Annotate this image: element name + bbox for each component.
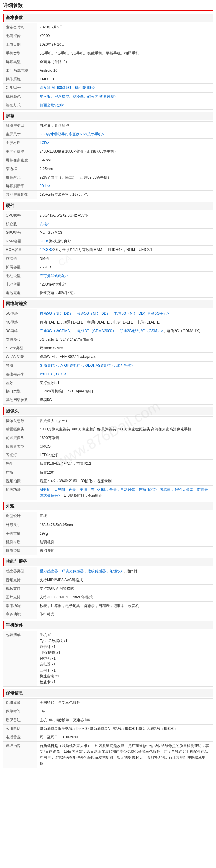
table-row: 接口类型3.5mm耳机接口USB Type-C接口 bbox=[3, 387, 213, 396]
spec-value: CMOS bbox=[37, 442, 213, 451]
spec-label: 3G网络 bbox=[3, 327, 37, 335]
spec-link[interactable]: 6.63英寸需双手打字更多6.63英寸手机> bbox=[39, 132, 104, 136]
table-row: 常用功能秒表，计算器，电子词典，备忘录，日程表，记事本，收音机 bbox=[3, 602, 213, 610]
spec-label: 外形尺寸 bbox=[3, 521, 37, 529]
spec-label: 电话营业 bbox=[3, 733, 37, 741]
table-row: 核心数八核> bbox=[3, 220, 213, 228]
spec-value: 飞行模式 bbox=[37, 610, 213, 619]
spec-link[interactable]: 90Hz> bbox=[39, 184, 50, 188]
spec-label: 常用功能 bbox=[3, 602, 37, 610]
table-row: 保修时间1年 bbox=[3, 707, 213, 716]
table-row: SIM卡类型双Nano SIM卡 bbox=[3, 344, 213, 353]
table-row: 连接与共享VoLTE>，OTG> bbox=[3, 370, 213, 378]
spec-value: 秒表，计算器，电子词典，备忘录，日程表，记事本，收音机 bbox=[37, 602, 213, 610]
spec-value: 支持3GP/MP4等格式 bbox=[37, 584, 213, 593]
table-row: ROM容量128GB>2.6万张照片1.1万首歌曲 RAM：LPDDR4X，RO… bbox=[3, 246, 213, 254]
spec-link[interactable]: VoLTE> bbox=[39, 372, 52, 376]
spec-value: Android 10 bbox=[37, 66, 213, 75]
table-row: 拍照功能AI美拍，大光圈，夜景，美肤，专业相机，全景，自动对焦，连拍 1/2英寸… bbox=[3, 486, 213, 500]
spec-label: 客服电话 bbox=[3, 724, 37, 733]
spec-label: 窄边框 bbox=[3, 164, 37, 173]
spec-link[interactable]: 不可拆卸式电池> bbox=[39, 274, 68, 278]
table-row: 发布会时间2020年9月3日 bbox=[3, 23, 213, 32]
spec-value: 3.5mm耳机接口USB Type-C接口 bbox=[37, 387, 213, 396]
spec-value: EMUI 10.1 bbox=[37, 75, 213, 84]
table-row: 闪光灯LED补光灯 bbox=[3, 451, 213, 460]
spec-value: 2.0Ghz A76*2+2.0GHz A55*6 bbox=[37, 211, 213, 220]
spec-link[interactable]: 6GB> bbox=[39, 239, 49, 243]
table-row: 支持频段5G：n1/n3/n38/n41/n77/n78/n79 bbox=[3, 336, 213, 344]
spec-link[interactable]: GPS导航> bbox=[39, 363, 57, 368]
spec-label: 前置摄像头 bbox=[3, 434, 37, 442]
spec-link[interactable]: 128GB> bbox=[39, 248, 53, 252]
spec-link[interactable]: LCD> bbox=[39, 141, 49, 145]
spec-label: 核心数 bbox=[3, 220, 37, 228]
spec-label: 操作类型 bbox=[3, 547, 37, 555]
table-row: 其他屏幕参数180Hz触控采样率，1670万色 bbox=[3, 191, 213, 199]
spec-label: 电池充电 bbox=[3, 289, 37, 298]
spec-table-screen: 触摸屏类型电容屏，多点触控主屏尺寸6.63英寸需双手打字更多6.63英寸手机>主… bbox=[3, 121, 213, 199]
spec-table-camera: 摄像头总数四摄像头（后三）后置摄像头4800万像素主镜头+800万像素超广角/景… bbox=[3, 416, 213, 500]
page-main-title: 详细参数 bbox=[3, 2, 213, 11]
section-title-appearance: 外观 bbox=[3, 502, 213, 510]
table-row: 广角后置120° bbox=[3, 468, 213, 477]
spec-link[interactable]: 联通3G（WCDMA），电信3G（CDMA2000），联通2G/移动2G（GSM… bbox=[39, 329, 163, 333]
spec-value: 周一至周日：8:00-20:00 bbox=[37, 733, 213, 741]
spec-label: 摄像头总数 bbox=[3, 416, 37, 425]
table-row: 详细内容自购机日起（以购机发票为准），如因质量问题故障，凭厂商维修中心或特约维修… bbox=[3, 742, 213, 768]
spec-value: 手机 x1Type-C数据线 x1取卡针 x1TP保护膜 x1保护壳 x1充电器… bbox=[37, 631, 213, 687]
spec-link[interactable]: ，OTG> bbox=[52, 372, 66, 376]
spec-link[interactable]: 重力感应器，环境光传感器，指纹传感器，陀螺仪> bbox=[39, 569, 123, 573]
spec-label: RAM容量 bbox=[3, 237, 37, 246]
table-row: 解锁方式侧面指纹识别> bbox=[3, 101, 213, 110]
spec-label: 感应器类型 bbox=[3, 567, 37, 576]
spec-link[interactable]: ，GLONASS导航> bbox=[82, 363, 113, 368]
table-row: 触摸屏类型电容屏，多点触控 bbox=[3, 121, 213, 130]
table-row: 后置摄像头4800万像素主镜头+800万像素超广角/景深镜头+200万像素微距镜… bbox=[3, 425, 213, 434]
table-row: 摄像头总数四摄像头（后三） bbox=[3, 416, 213, 425]
spec-value: 移动TD-LTE，联通TD-LTE，联通FDD-LTE，电信TD-LTE，电信F… bbox=[37, 318, 213, 327]
spec-value: 90Hz> bbox=[37, 182, 213, 191]
spec-label: 广角 bbox=[3, 468, 37, 477]
table-row: 保修政策全国联保，享受三包服务 bbox=[3, 699, 213, 707]
table-row: 操作系统EMUI 10.1 bbox=[3, 75, 213, 84]
spec-value: LCD> bbox=[37, 139, 213, 147]
table-row: 窄边框2.05mm bbox=[3, 164, 213, 173]
spec-link[interactable]: ，A-GPS技术> bbox=[57, 363, 81, 368]
spec-value: 4200mAh大电池 bbox=[37, 280, 213, 289]
spec-value: 1600万像素 bbox=[37, 434, 213, 442]
spec-value: 华为消费者服务热线：950800 华为消费者VIP热线：950801 华为商城热… bbox=[37, 724, 213, 733]
spec-link[interactable]: 侧面指纹识别> bbox=[39, 103, 64, 107]
spec-label: CPU型号 bbox=[3, 84, 37, 92]
spec-label: 闪光灯 bbox=[3, 451, 37, 460]
sections-container: 基本参数发布会时间2020年9月3日电商报价¥2299上市日期2020年9月10… bbox=[3, 14, 213, 768]
spec-link[interactable]: 移动5G（NR TDD），联通5G（NR TDD），电信5G（NR TDD）更多… bbox=[39, 311, 169, 316]
table-row: 视频支持支持3GP/MP4等格式 bbox=[3, 584, 213, 593]
spec-value: 2020年9月3日 bbox=[37, 23, 213, 32]
table-row: 手机重量197g bbox=[3, 529, 213, 538]
spec-link[interactable]: 联发科 MT6853 5G手机性能排行> bbox=[39, 86, 96, 90]
table-row: 造型设计直板 bbox=[3, 512, 213, 521]
spec-label: 存储卡 bbox=[3, 254, 37, 263]
spec-link[interactable]: 星河银、橙意猎空、旋冷翠、幻夜黑 查看外观> bbox=[39, 94, 116, 99]
spec-label: 后置摄像头 bbox=[3, 425, 37, 434]
spec-value: 4800万像素主镜头+800万像素超广角/景深镜头+200万像素微距镜头 高清像… bbox=[37, 425, 213, 434]
spec-value: 5G手机、4G手机、3G手机、智能手机、平板手机、拍照手机 bbox=[37, 49, 213, 58]
table-row: 其他网络参数双模5G bbox=[3, 396, 213, 404]
spec-value: NM卡 bbox=[37, 254, 213, 263]
spec-link[interactable]: ，北斗导航> bbox=[113, 363, 133, 368]
spec-label: 包装清单 bbox=[3, 631, 37, 687]
table-row: WLAN功能双频WIFI，IEEE 802.11 a/b/g/n/ac bbox=[3, 353, 213, 361]
spec-table-features: 感应器类型重力感应器，环境光传感器，指纹传感器，陀螺仪>，指南针音频支持支持MI… bbox=[3, 567, 213, 619]
spec-label: 光圈 bbox=[3, 460, 37, 468]
section-title-accessories: 手机附件 bbox=[3, 621, 213, 629]
spec-value: 256GB bbox=[37, 263, 213, 272]
table-row: 5G网络移动5G（NR TDD），联通5G（NR TDD），电信5G（NR TD… bbox=[3, 309, 213, 318]
table-row: 主屏分辨率2400x1080像素1080P高清（击败87.06%手机） bbox=[3, 147, 213, 156]
spec-link[interactable]: 八核> bbox=[39, 222, 49, 226]
spec-value: 180Hz触控采样率，1670万色 bbox=[37, 191, 213, 199]
spec-value: VoLTE>，OTG> bbox=[37, 370, 213, 378]
spec-label: CPU频率 bbox=[3, 211, 37, 220]
spec-table-network: 5G网络移动5G（NR TDD），联通5G（NR TDD），电信5G（NR TD… bbox=[3, 309, 213, 404]
table-row: 3G网络联通3G（WCDMA），电信3G（CDMA2000），联通2G/移动2G… bbox=[3, 327, 213, 335]
